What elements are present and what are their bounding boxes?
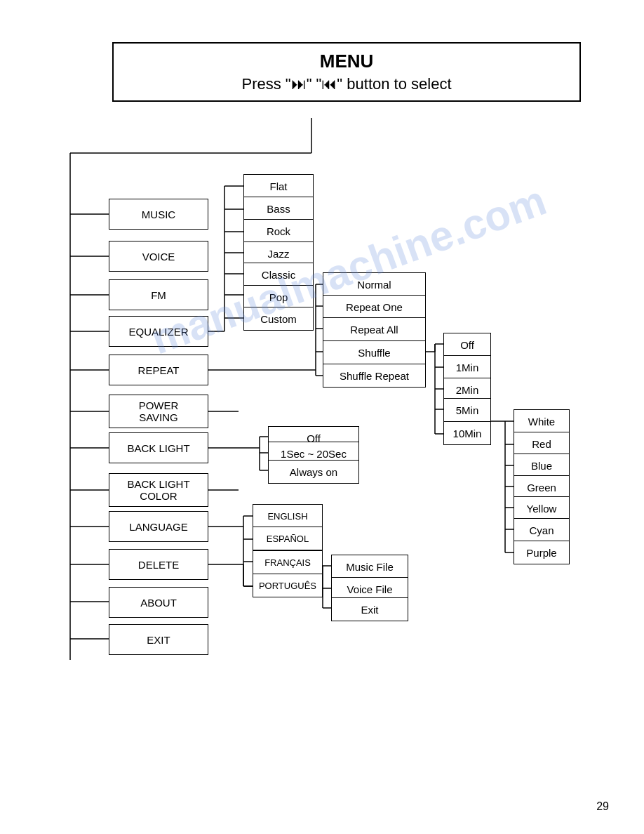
page-number: 29 [596, 800, 609, 813]
delete-music-file[interactable]: Music File [331, 555, 408, 578]
lang-espanol[interactable]: ESPAÑOL [253, 527, 323, 550]
menu-item-music[interactable]: MUSIC [109, 199, 208, 230]
menu-item-language[interactable]: LANGUAGE [109, 511, 208, 542]
menu-item-equalizer[interactable]: EQUALIZER [109, 316, 208, 347]
power-5min[interactable]: 5Min [443, 398, 491, 422]
eq-jazz[interactable]: Jazz [243, 241, 314, 265]
repeat-normal[interactable]: Normal [323, 272, 426, 296]
color-red[interactable]: Red [514, 432, 570, 456]
repeat-one[interactable]: Repeat One [323, 295, 426, 319]
backlight-always-on[interactable]: Always on [268, 460, 359, 484]
eq-flat[interactable]: Flat [243, 174, 314, 198]
lang-portugues[interactable]: PORTUGUÊS [253, 574, 323, 597]
menu-item-back-light[interactable]: BACK LIGHT [109, 432, 208, 463]
power-10min[interactable]: 10Min [443, 421, 491, 445]
eq-rock[interactable]: Rock [243, 219, 314, 243]
menu-header: MENU Press "⏭" "⏮" button to select [112, 42, 581, 102]
color-white[interactable]: White [514, 409, 570, 433]
delete-exit[interactable]: Exit [331, 597, 408, 621]
menu-item-voice[interactable]: VOICE [109, 241, 208, 272]
repeat-shuffle-repeat[interactable]: Shuffle Repeat [323, 364, 426, 388]
menu-item-back-light-color[interactable]: BACK LIGHT COLOR [109, 473, 208, 507]
eq-bass[interactable]: Bass [243, 197, 314, 220]
menu-item-about[interactable]: ABOUT [109, 587, 208, 618]
color-green[interactable]: Green [514, 475, 570, 499]
color-purple[interactable]: Purple [514, 541, 570, 564]
menu-item-repeat[interactable]: REPEAT [109, 355, 208, 385]
lang-francais[interactable]: FRANÇAIS [253, 550, 323, 574]
menu-title: MENU [117, 51, 576, 72]
color-blue[interactable]: Blue [514, 454, 570, 477]
repeat-shuffle[interactable]: Shuffle [323, 340, 426, 364]
eq-pop[interactable]: Pop [243, 285, 314, 309]
eq-classic[interactable]: Classic [243, 263, 314, 286]
power-1min[interactable]: 1Min [443, 355, 491, 379]
lang-english[interactable]: ENGLISH [253, 504, 323, 528]
menu-item-delete[interactable]: DELETE [109, 549, 208, 580]
menu-item-power-saving[interactable]: POWER SAVING [109, 395, 208, 428]
repeat-all[interactable]: Repeat All [323, 317, 426, 341]
color-cyan[interactable]: Cyan [514, 518, 570, 542]
color-yellow[interactable]: Yellow [514, 496, 570, 520]
power-off[interactable]: Off [443, 333, 491, 357]
eq-custom[interactable]: Custom [243, 307, 314, 331]
menu-item-exit[interactable]: EXIT [109, 624, 208, 655]
menu-item-fm[interactable]: FM [109, 279, 208, 310]
menu-subtitle: Press "⏭" "⏮" button to select [117, 75, 576, 93]
